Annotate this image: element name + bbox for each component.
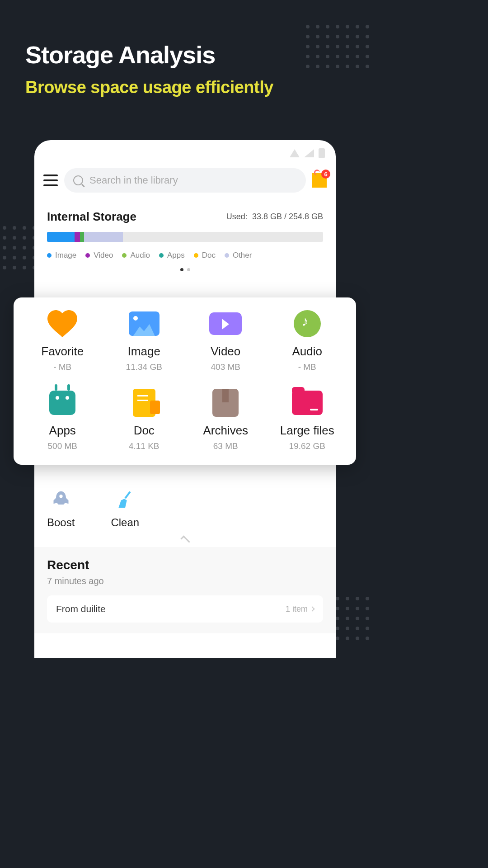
category-size: 4.11 KB bbox=[129, 441, 160, 451]
category-size: 19.62 GB bbox=[289, 441, 325, 451]
recent-from: From duilite bbox=[56, 604, 106, 614]
storage-usage: Used: 33.8 GB / 254.8 GB bbox=[226, 212, 323, 222]
top-bar: Search in the library 6 bbox=[34, 162, 336, 199]
tools-row: Boost Clean bbox=[34, 479, 336, 533]
legend-item: Video bbox=[85, 251, 113, 260]
large-files-icon bbox=[291, 390, 324, 415]
category-panel: Favorite- MBImage11.34 GBVideo403 MBAudi… bbox=[14, 297, 356, 465]
category-label: Video bbox=[211, 344, 240, 359]
favorite-icon bbox=[46, 311, 79, 336]
legend-item: Doc bbox=[194, 251, 216, 260]
category-label: Apps bbox=[49, 424, 76, 438]
category-label: Large files bbox=[280, 424, 334, 438]
chevron-right-icon bbox=[310, 606, 314, 611]
category-audio[interactable]: Audio- MB bbox=[269, 311, 346, 372]
storage-bar[interactable] bbox=[47, 232, 323, 242]
category-size: 403 MB bbox=[211, 362, 240, 372]
category-large-files[interactable]: Large files19.62 GB bbox=[269, 390, 346, 451]
search-input[interactable]: Search in the library bbox=[64, 168, 306, 193]
search-icon bbox=[73, 175, 83, 185]
doc-icon bbox=[128, 390, 160, 415]
category-size: - MB bbox=[298, 362, 316, 372]
storage-title: Internal Storage bbox=[47, 210, 136, 224]
category-label: Image bbox=[128, 344, 160, 359]
expand-chevron[interactable] bbox=[34, 533, 336, 547]
category-label: Favorite bbox=[41, 344, 84, 359]
video-icon bbox=[209, 311, 242, 336]
category-size: - MB bbox=[53, 362, 71, 372]
rocket-icon bbox=[51, 488, 71, 511]
recent-count: 1 item bbox=[286, 604, 314, 614]
storage-legend: ImageVideoAudioAppsDocOther bbox=[47, 251, 323, 260]
tool-label: Boost bbox=[47, 516, 75, 529]
storage-section: Internal Storage Used: 33.8 GB / 254.8 G… bbox=[34, 199, 336, 276]
promo-subtitle: Browse space usage efficiently bbox=[25, 78, 273, 97]
signal-icon bbox=[304, 149, 314, 157]
category-label: Archives bbox=[203, 424, 248, 438]
recent-item[interactable]: From duilite 1 item bbox=[47, 595, 323, 623]
gift-button[interactable]: 6 bbox=[312, 173, 327, 188]
category-label: Audio bbox=[292, 344, 323, 359]
archives-icon bbox=[209, 390, 242, 415]
status-bar bbox=[34, 140, 336, 162]
legend-item: Apps bbox=[159, 251, 185, 260]
clean-tool[interactable]: Clean bbox=[111, 488, 139, 529]
promo-header: Storage Analysis Browse space usage effi… bbox=[25, 41, 273, 97]
category-video[interactable]: Video403 MB bbox=[188, 311, 264, 372]
wifi-icon bbox=[290, 149, 300, 157]
recent-section: Recent 7 minutes ago From duilite 1 item bbox=[34, 547, 336, 633]
category-size: 500 MB bbox=[48, 441, 77, 451]
category-doc[interactable]: Doc4.11 KB bbox=[106, 390, 183, 451]
audio-icon bbox=[291, 311, 324, 336]
menu-button[interactable] bbox=[43, 175, 58, 186]
category-label: Doc bbox=[134, 424, 155, 438]
legend-item: Image bbox=[47, 251, 76, 260]
image-icon bbox=[128, 311, 160, 336]
category-favorite[interactable]: Favorite- MB bbox=[24, 311, 101, 372]
gift-badge: 6 bbox=[321, 170, 330, 179]
battery-icon bbox=[319, 148, 325, 158]
legend-item: Audio bbox=[122, 251, 150, 260]
broom-icon bbox=[115, 488, 135, 511]
category-apps[interactable]: Apps500 MB bbox=[24, 390, 101, 451]
recent-time: 7 minutes ago bbox=[47, 576, 323, 586]
category-size: 11.34 GB bbox=[126, 362, 162, 372]
boost-tool[interactable]: Boost bbox=[47, 488, 75, 529]
tool-label: Clean bbox=[111, 516, 139, 529]
category-image[interactable]: Image11.34 GB bbox=[106, 311, 183, 372]
search-placeholder: Search in the library bbox=[89, 175, 178, 186]
legend-item: Other bbox=[225, 251, 252, 260]
decoration-dots bbox=[306, 25, 370, 68]
recent-title: Recent bbox=[47, 558, 323, 572]
apps-icon bbox=[46, 390, 79, 415]
category-archives[interactable]: Archives63 MB bbox=[188, 390, 264, 451]
promo-title: Storage Analysis bbox=[25, 41, 273, 69]
page-indicator[interactable] bbox=[47, 268, 323, 271]
category-size: 63 MB bbox=[213, 441, 238, 451]
